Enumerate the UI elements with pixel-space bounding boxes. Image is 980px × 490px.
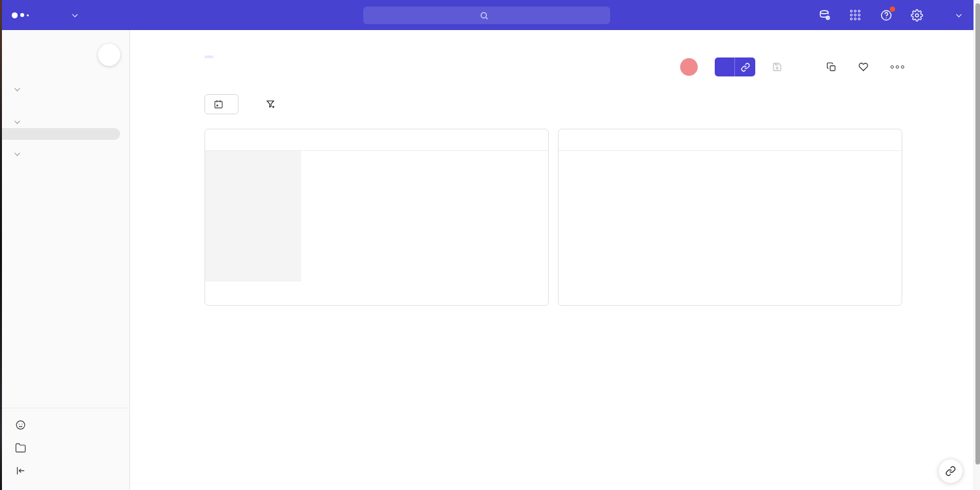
date-range-control	[204, 94, 238, 114]
collapse-left-icon	[15, 465, 26, 476]
section-recently-viewed[interactable]	[2, 114, 129, 129]
link-icon	[945, 466, 956, 476]
more-dots-icon	[890, 65, 904, 69]
legend-swatch	[725, 159, 731, 165]
app-window	[0, 0, 973, 490]
bar-chart-card	[204, 129, 549, 306]
more-options-button[interactable]	[890, 65, 904, 69]
line-chart-card	[558, 129, 902, 306]
sidebar-item-public-podcast-data[interactable]	[2, 128, 120, 140]
bar-chart-labels	[205, 151, 301, 282]
help-icon[interactable]	[879, 8, 892, 22]
save-icon	[772, 62, 782, 72]
favorites-empty-hint	[2, 96, 129, 108]
scrollbar-thumb[interactable]	[975, 3, 980, 465]
window-edge	[0, 0, 2, 490]
share-button[interactable]	[715, 57, 735, 76]
scrollbar	[973, 0, 980, 490]
link-fab-button[interactable]	[938, 459, 963, 483]
chevron-down-icon	[15, 86, 20, 91]
share-split-button	[715, 57, 755, 76]
bar-chart-tracks	[301, 151, 548, 282]
chevron-down-icon	[15, 118, 20, 123]
main-content	[130, 30, 973, 490]
funnel-icon	[266, 99, 276, 109]
top-nav	[0, 0, 973, 30]
link-icon	[741, 63, 750, 72]
date-range-button[interactable]	[205, 95, 238, 114]
sidebar	[0, 30, 130, 490]
chevron-down-icon	[72, 12, 77, 17]
filter-button[interactable]	[266, 99, 282, 109]
chevron-down-icon	[15, 150, 20, 155]
share-link-button[interactable]	[735, 57, 755, 76]
calendar-icon	[214, 99, 223, 109]
apps-grid-icon[interactable]	[849, 8, 862, 22]
sidebar-footer	[2, 408, 129, 490]
data-sources-icon[interactable]	[818, 8, 831, 22]
favorite-button[interactable]	[858, 62, 874, 72]
search-icon	[480, 11, 489, 20]
sidebar-item-public-podcast-data[interactable]	[2, 161, 129, 172]
all-dashboards-button[interactable]	[2, 436, 129, 459]
chart-legend	[561, 155, 899, 169]
save-button[interactable]	[772, 62, 787, 72]
nav-item-reports[interactable]	[68, 13, 76, 17]
nav-right-cluster	[818, 8, 960, 22]
header-actions	[680, 57, 904, 76]
heart-icon	[858, 62, 868, 72]
settings-gear-icon[interactable]	[910, 8, 923, 22]
project-selector[interactable]	[945, 13, 960, 17]
avatar[interactable]	[680, 58, 698, 76]
chevron-down-icon	[956, 12, 961, 17]
new-dashboard-button[interactable]	[98, 44, 120, 66]
smiley-icon	[15, 419, 26, 431]
line-chart-svg	[561, 169, 899, 282]
duplicate-button[interactable]	[826, 62, 841, 72]
collapse-sidebar-button[interactable]	[2, 459, 129, 482]
most-viewed-dashboards-button[interactable]	[2, 414, 129, 436]
search-input[interactable]	[363, 7, 610, 24]
folder-icon	[15, 442, 26, 453]
notification-badge	[890, 7, 895, 12]
amplitude-logo-icon	[12, 12, 29, 18]
copy-icon	[826, 62, 836, 72]
public-badge	[204, 56, 214, 58]
section-created-by-you[interactable]	[2, 146, 129, 161]
section-favorites[interactable]	[2, 82, 129, 96]
